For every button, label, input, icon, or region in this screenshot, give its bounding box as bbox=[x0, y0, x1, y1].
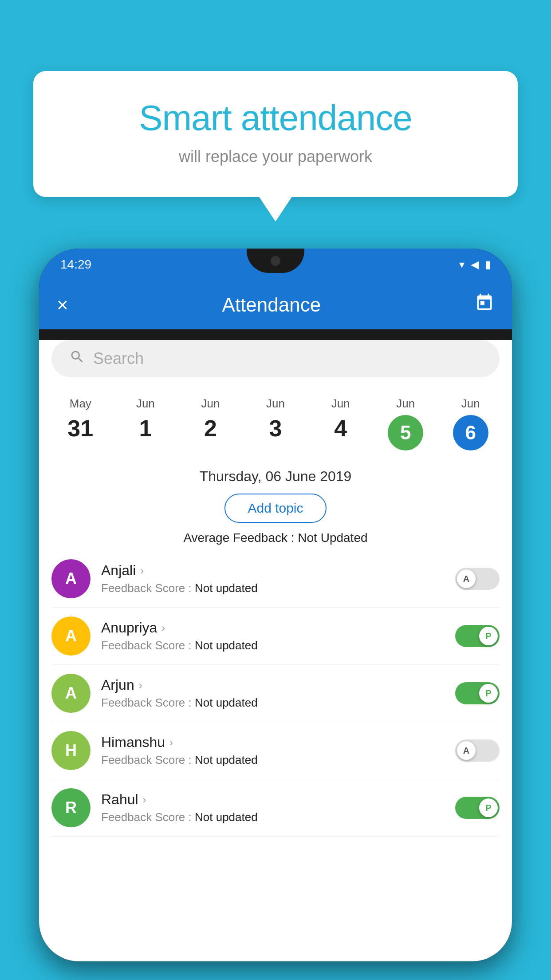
date-col[interactable]: Jun6 bbox=[438, 391, 503, 456]
wifi-icon: ▾ bbox=[459, 258, 464, 271]
phone-frame: 14:29 ▾ ◀ ▮ × Attendance bbox=[39, 249, 512, 961]
signal-icon: ◀ bbox=[471, 258, 479, 271]
notch bbox=[247, 249, 304, 273]
date-day: 4 bbox=[334, 415, 347, 442]
calendar-icon[interactable] bbox=[475, 293, 494, 317]
chevron-right-icon: › bbox=[140, 565, 144, 577]
search-icon bbox=[69, 349, 85, 369]
attendance-toggle[interactable]: P bbox=[455, 797, 500, 819]
student-info: Rahul ›Feedback Score : Not updated bbox=[101, 791, 445, 824]
date-col[interactable]: Jun3 bbox=[243, 391, 308, 456]
student-info: Anupriya ›Feedback Score : Not updated bbox=[101, 620, 445, 652]
close-icon[interactable]: × bbox=[57, 294, 68, 316]
student-row[interactable]: AAnjali ›Feedback Score : Not updatedA bbox=[51, 550, 500, 608]
avatar: A bbox=[51, 559, 91, 598]
search-placeholder: Search bbox=[93, 349, 144, 368]
student-feedback: Feedback Score : Not updated bbox=[101, 753, 445, 767]
search-bar[interactable]: Search bbox=[51, 340, 500, 377]
date-day: 3 bbox=[269, 415, 282, 442]
student-name: Arjun › bbox=[101, 677, 445, 693]
attendance-toggle[interactable]: P bbox=[455, 682, 500, 704]
phone-container: 14:29 ▾ ◀ ▮ × Attendance bbox=[39, 249, 512, 961]
student-row[interactable]: HHimanshu ›Feedback Score : Not updatedA bbox=[51, 722, 500, 779]
student-info: Arjun ›Feedback Score : Not updated bbox=[101, 677, 445, 710]
avatar: R bbox=[51, 788, 91, 827]
student-name: Anupriya › bbox=[101, 620, 445, 636]
speech-bubble: Smart attendance will replace your paper… bbox=[33, 71, 518, 197]
student-row[interactable]: AArjun ›Feedback Score : Not updatedP bbox=[51, 665, 500, 722]
student-row[interactable]: RRahul ›Feedback Score : Not updatedP bbox=[51, 779, 500, 837]
student-feedback: Feedback Score : Not updated bbox=[101, 581, 445, 595]
date-col[interactable]: Jun1 bbox=[113, 391, 178, 456]
date-col[interactable]: May31 bbox=[48, 391, 113, 456]
date-col[interactable]: Jun4 bbox=[308, 391, 373, 456]
chevron-right-icon: › bbox=[139, 679, 142, 692]
phone-screen: 14:29 ▾ ◀ ▮ × Attendance bbox=[39, 249, 512, 961]
avg-feedback-label: Average Feedback : bbox=[183, 531, 298, 545]
chevron-right-icon: › bbox=[143, 794, 146, 806]
date-day: 31 bbox=[67, 415, 93, 442]
student-list: AAnjali ›Feedback Score : Not updatedAAA… bbox=[39, 550, 512, 837]
avg-feedback-value: Not Updated bbox=[298, 531, 367, 545]
bubble-title: Smart attendance bbox=[55, 98, 496, 138]
student-feedback: Feedback Score : Not updated bbox=[101, 696, 445, 710]
student-info: Anjali ›Feedback Score : Not updated bbox=[101, 562, 445, 595]
student-row[interactable]: AAnupriya ›Feedback Score : Not updatedP bbox=[51, 608, 500, 665]
screen-content: Search May31Jun1Jun2Jun3Jun4Jun5Jun6 Thu… bbox=[39, 340, 512, 961]
avatar: A bbox=[51, 674, 91, 713]
date-month: Jun bbox=[396, 397, 415, 411]
avatar: A bbox=[51, 616, 91, 656]
student-name: Rahul › bbox=[101, 791, 445, 808]
avatar: H bbox=[51, 731, 91, 770]
bubble-subtitle: will replace your paperwork bbox=[55, 147, 496, 166]
date-col[interactable]: Jun5 bbox=[373, 391, 438, 456]
student-name: Himanshu › bbox=[101, 734, 445, 751]
date-day: 1 bbox=[139, 415, 152, 442]
date-info: Thursday, 06 June 2019 Add topic Average… bbox=[39, 456, 512, 550]
attendance-toggle[interactable]: A bbox=[455, 568, 500, 590]
student-feedback: Feedback Score : Not updated bbox=[101, 639, 445, 652]
selected-date: Thursday, 06 June 2019 bbox=[48, 468, 503, 485]
attendance-toggle[interactable]: P bbox=[455, 625, 500, 647]
date-month: Jun bbox=[201, 397, 220, 411]
status-bar: 14:29 ▾ ◀ ▮ bbox=[39, 249, 512, 281]
date-month: Jun bbox=[266, 397, 285, 411]
chevron-right-icon: › bbox=[161, 622, 165, 634]
chevron-right-icon: › bbox=[169, 736, 173, 749]
date-day: 2 bbox=[204, 415, 217, 442]
battery-icon: ▮ bbox=[485, 258, 491, 271]
app-bar-title: Attendance bbox=[222, 294, 321, 316]
status-time: 14:29 bbox=[60, 257, 91, 272]
date-strip: May31Jun1Jun2Jun3Jun4Jun5Jun6 bbox=[39, 384, 512, 456]
add-topic-button[interactable]: Add topic bbox=[224, 494, 326, 523]
date-month: May bbox=[70, 397, 91, 411]
avg-feedback: Average Feedback : Not Updated bbox=[48, 531, 503, 545]
date-month: Jun bbox=[331, 397, 350, 411]
student-info: Himanshu ›Feedback Score : Not updated bbox=[101, 734, 445, 767]
date-col[interactable]: Jun2 bbox=[178, 391, 243, 456]
date-month: Jun bbox=[136, 397, 155, 411]
camera bbox=[271, 256, 280, 266]
student-name: Anjali › bbox=[101, 562, 445, 579]
attendance-toggle[interactable]: A bbox=[455, 739, 500, 762]
app-bar: × Attendance bbox=[39, 281, 512, 329]
student-feedback: Feedback Score : Not updated bbox=[101, 810, 445, 824]
speech-bubble-container: Smart attendance will replace your paper… bbox=[33, 71, 518, 197]
status-icons: ▾ ◀ ▮ bbox=[459, 258, 491, 271]
date-month: Jun bbox=[461, 397, 480, 411]
